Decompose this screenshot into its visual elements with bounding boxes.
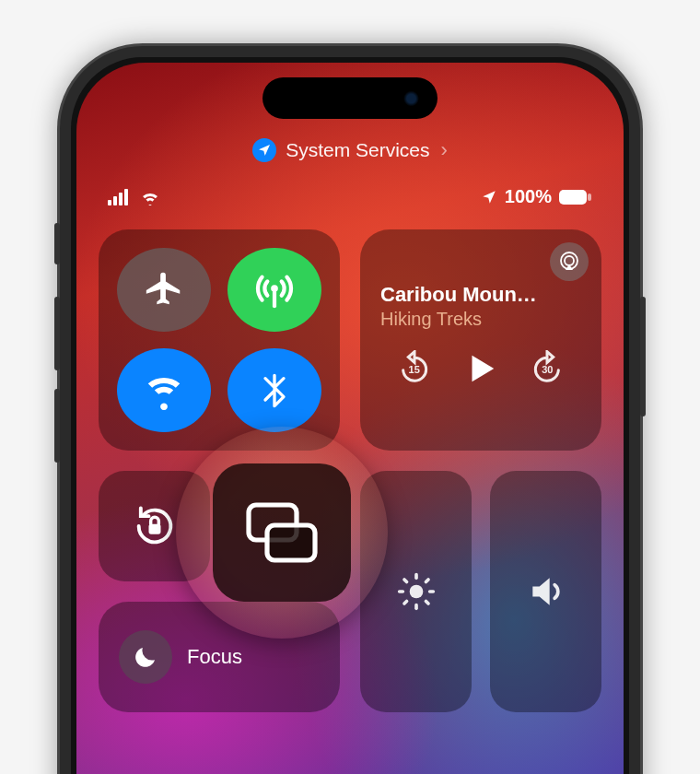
sliders-group <box>360 471 601 712</box>
svg-rect-21 <box>267 525 315 560</box>
svg-line-16 <box>403 580 406 582</box>
antenna-icon <box>253 269 296 311</box>
system-services-label: System Services <box>286 139 429 161</box>
battery-icon <box>559 189 592 205</box>
bluetooth-icon <box>256 372 293 409</box>
phone-frame: System Services › 100% <box>60 46 640 774</box>
svg-rect-4 <box>559 190 587 205</box>
battery-percent: 100% <box>505 186 552 207</box>
moon-icon <box>132 643 159 671</box>
brightness-slider[interactable] <box>360 471 472 712</box>
airplane-mode-toggle[interactable] <box>117 248 211 332</box>
svg-rect-1 <box>113 196 117 205</box>
volume-down-button <box>54 389 60 463</box>
cellular-signal-icon <box>108 189 132 205</box>
airplay-button[interactable] <box>550 242 589 281</box>
volume-up-button <box>54 297 60 370</box>
orientation-lock-icon <box>131 502 179 550</box>
focus-tile[interactable]: Focus <box>99 602 340 712</box>
svg-point-11 <box>409 585 423 599</box>
status-bar: 100% <box>99 186 601 207</box>
dynamic-island <box>262 77 438 119</box>
media-module[interactable]: Caribou Moun… Hiking Treks 15 30 <box>360 229 601 451</box>
screen: System Services › 100% <box>76 63 624 774</box>
wifi-status-icon <box>139 189 161 205</box>
svg-line-19 <box>426 580 428 582</box>
skip-forward-seconds: 30 <box>542 364 553 375</box>
sun-icon <box>396 571 437 612</box>
location-icon <box>252 138 276 162</box>
chevron-right-icon: › <box>441 138 448 162</box>
svg-rect-5 <box>588 194 591 201</box>
screen-mirroring-tile[interactable] <box>213 463 351 602</box>
cellular-data-toggle[interactable] <box>228 248 321 332</box>
airplay-icon <box>558 251 580 273</box>
media-title: Caribou Moun… <box>380 283 581 307</box>
svg-line-18 <box>403 601 406 604</box>
power-button <box>640 297 646 416</box>
speaker-icon <box>526 571 566 612</box>
connectivity-module[interactable] <box>99 229 340 451</box>
svg-rect-0 <box>108 200 111 205</box>
media-subtitle: Hiking Treks <box>380 309 581 330</box>
play-icon <box>463 351 498 386</box>
svg-point-9 <box>565 256 574 265</box>
airplane-icon <box>143 269 185 311</box>
focus-label: Focus <box>187 645 242 669</box>
skip-back-seconds: 15 <box>409 364 420 375</box>
orientation-lock-tile[interactable] <box>99 471 210 581</box>
svg-rect-2 <box>119 193 122 205</box>
screen-mirroring-icon <box>245 499 319 566</box>
skip-forward-button[interactable]: 30 <box>529 350 566 387</box>
location-status-icon <box>481 189 497 205</box>
system-services-row[interactable]: System Services › <box>99 138 601 162</box>
focus-icon-circle <box>119 630 172 684</box>
wifi-toggle[interactable] <box>117 348 211 432</box>
svg-rect-3 <box>124 189 128 205</box>
bluetooth-toggle[interactable] <box>228 348 321 432</box>
svg-line-17 <box>426 601 428 604</box>
volume-slider[interactable] <box>490 471 601 712</box>
play-button[interactable] <box>463 351 498 386</box>
silence-switch <box>54 223 60 264</box>
skip-back-button[interactable]: 15 <box>396 350 433 387</box>
wifi-icon <box>143 369 185 412</box>
